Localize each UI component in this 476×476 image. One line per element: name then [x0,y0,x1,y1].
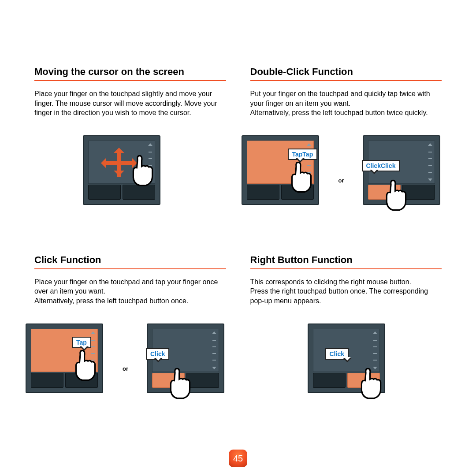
section-title: Double-Click Function [250,66,442,81]
section-click: Click Function Place your finger on the … [34,254,226,412]
hand-icon [164,366,200,401]
section-double-click: Double-Click Function Put your finger on… [250,66,442,223]
section-body: Put your finger on the touchpad and quic… [250,89,442,118]
illustration-right-button: Click [250,324,442,412]
section-moving-cursor: Moving the cursor on the screen Place yo… [34,66,226,223]
hand-icon [127,153,162,188]
callout-label: Click [330,350,344,357]
section-body: Place your finger on the touchpad and ta… [34,277,226,306]
callout-tap: Tap [72,337,91,348]
or-label: or [123,365,128,372]
illustration-double-click: TapTap or ClickClick [250,135,442,223]
section-right-button: Right Button Function This corresponds t… [250,254,442,412]
section-body: This corresponds to clicking the right m… [250,277,442,306]
callout-click: Click [146,348,169,360]
callout-label: Click [150,350,165,357]
illustration-moving-cursor [34,135,226,223]
callout-label: TapTap [292,151,313,158]
or-label: or [338,177,344,184]
hand-icon [70,348,105,383]
hand-icon [380,178,416,213]
section-title: Click Function [34,254,226,269]
section-title: Moving the cursor on the screen [34,66,226,81]
illustration-click: Tap or Click [34,324,226,412]
page-number: 45 [229,450,247,467]
callout-label: Tap [76,339,87,346]
section-body: Place your finger on the touchpad slight… [34,89,226,118]
callout-click: Click [325,348,349,360]
hand-icon [355,366,390,401]
hand-icon [286,160,321,195]
section-title: Right Button Function [250,254,442,269]
callout-label: ClickClick [366,162,396,169]
callout-taptap: TapTap [288,149,318,160]
callout-clickclick: ClickClick [362,160,400,171]
